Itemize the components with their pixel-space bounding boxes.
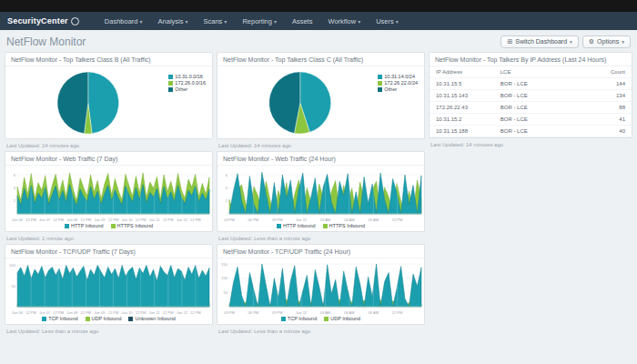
chart-legend: HTTP InboundHTTPS Inbound	[217, 222, 424, 231]
legend-swatch	[277, 224, 281, 228]
legend-item: UDP Inbound	[324, 316, 360, 321]
legend-swatch	[111, 224, 116, 228]
svg-text:06 AM: 06 AM	[344, 310, 354, 315]
svg-text:4: 4	[226, 186, 228, 190]
nav-item-scans[interactable]: Scans▾	[204, 17, 228, 25]
nav-item-reporting[interactable]: Reporting▾	[242, 17, 277, 25]
switch-dashboard-button[interactable]: ⊞ Switch Dashboard ▾	[500, 35, 578, 48]
legend-swatch	[378, 75, 382, 79]
svg-text:Jun 07: Jun 07	[39, 217, 51, 222]
svg-text:Jun 12: Jun 12	[296, 217, 308, 222]
legend-item: TCP Inbound	[281, 316, 317, 321]
svg-text:Jun 09: Jun 09	[94, 217, 106, 222]
legend-swatch	[378, 87, 382, 92]
top-talkers-table: IP AddressLCECount10.31.15.5BOR - LCE144…	[430, 66, 632, 137]
area-chart-web-24hour: 24603 PM06 PM09 PMJun 1203 AM06 AM09 AM1…	[217, 166, 424, 222]
svg-text:06 AM: 06 AM	[344, 217, 354, 222]
securitycenter-logo[interactable]: SecurityCenter	[7, 16, 79, 25]
chevron-down-icon: ▾	[274, 19, 277, 25]
svg-text:Jun 08: Jun 08	[66, 217, 78, 222]
svg-text:50: 50	[12, 284, 16, 288]
svg-text:12 PM: 12 PM	[81, 310, 92, 315]
svg-text:Jun 12: Jun 12	[177, 310, 188, 315]
table-row[interactable]: 10.31.15.188BOR - LCE40	[430, 126, 632, 137]
last-updated-text: Last Updated: 1 minute ago	[5, 232, 213, 244]
svg-text:2: 2	[14, 198, 16, 203]
svg-text:09 AM: 09 AM	[369, 310, 379, 315]
svg-text:09 PM: 09 PM	[272, 310, 283, 315]
chevron-down-icon: ▾	[396, 19, 399, 25]
dashboard-grid: NetFlow Monitor - Top Talkers Class B (A…	[0, 51, 637, 337]
options-button[interactable]: ⚙ Options ▾	[582, 35, 631, 48]
area-svg: 246Jun 0612 PMJun 0712 PMJun 0812 PMJun …	[5, 166, 212, 222]
chart-legend: TCP InboundUDP InboundUnknown Inbound	[5, 315, 212, 324]
legend-swatch	[42, 317, 46, 321]
panel-top-talkers-by-ip[interactable]: NetFlow Monitor - Top Talkers By IP Addr…	[429, 52, 632, 138]
last-updated-text: Last Updated: 14 minutes ago	[5, 139, 213, 151]
nav-item-analysis[interactable]: Analysis▾	[158, 17, 188, 25]
legend-item: 172.26.22.0/24	[378, 80, 418, 86]
svg-text:12 PM: 12 PM	[163, 217, 174, 222]
panel-tcpudp-traffic-24hour[interactable]: NetFlow Monitor - TCP/UDP Traffic (24 Ho…	[217, 244, 425, 325]
browser-chrome-bar	[0, 0, 637, 12]
legend-item: HTTP Inbound	[277, 223, 316, 228]
securitycenter-logo-icon	[71, 17, 79, 25]
legend-swatch	[324, 317, 329, 321]
table-header-row: IP AddressLCECount	[430, 66, 632, 78]
panel-tcpudp-traffic-7days[interactable]: NetFlow Monitor - TCP/UDP Traffic (7 Day…	[5, 244, 213, 325]
legend-swatch	[128, 317, 133, 321]
table-row[interactable]: 10.31.15.5BOR - LCE144	[430, 78, 632, 90]
page-header: NetFlow Monitor ⊞ Switch Dashboard ▾ ⚙ O…	[0, 30, 637, 51]
svg-text:12 PM: 12 PM	[108, 310, 119, 315]
last-updated-text: Last Updated: Less than a minute ago	[217, 232, 425, 244]
page-title: NetFlow Monitor	[6, 35, 497, 48]
chart-legend: TCP InboundUDP Inbound	[217, 315, 424, 324]
svg-text:12 PM: 12 PM	[53, 310, 64, 315]
table-row[interactable]: 10.31.15.143BOR - LCE134	[430, 90, 632, 102]
legend-swatch	[86, 317, 90, 321]
panel-web-traffic-24hour[interactable]: NetFlow Monitor - Web Traffic (24 Hour) …	[217, 151, 425, 232]
svg-text:06 PM: 06 PM	[248, 310, 259, 315]
svg-text:Jun 06: Jun 06	[12, 217, 24, 222]
svg-text:12 PM: 12 PM	[53, 217, 64, 222]
legend-item: UDP Inbound	[86, 316, 122, 321]
last-updated-text: Last Updated: 14 minutes ago	[429, 138, 632, 150]
pie-legend: 10.31.0.0/16172.26.0.0/16Other	[168, 74, 206, 92]
nav-item-dashboard[interactable]: Dashboard▾	[105, 17, 143, 25]
panel-web-traffic-7day[interactable]: NetFlow Monitor - Web Traffic (7 Day) 24…	[5, 151, 213, 232]
svg-text:Jun 10: Jun 10	[122, 217, 134, 222]
chart-legend: HTTP InboundHTTPS Inbound	[5, 222, 212, 231]
nav-item-users[interactable]: Users▾	[376, 17, 399, 25]
svg-text:6: 6	[14, 173, 16, 177]
svg-text:Jun 06: Jun 06	[12, 310, 24, 315]
svg-text:12 PM: 12 PM	[25, 310, 36, 315]
brand-label: SecurityCenter	[7, 16, 68, 25]
svg-text:2: 2	[226, 198, 228, 203]
svg-text:03 PM: 03 PM	[224, 217, 235, 222]
grid-icon: ⊞	[507, 38, 512, 46]
svg-text:Jun 09: Jun 09	[94, 310, 106, 315]
nav-item-workflow[interactable]: Workflow▾	[328, 17, 360, 25]
svg-text:12 PM: 12 PM	[136, 217, 147, 222]
svg-text:06 PM: 06 PM	[248, 217, 259, 222]
chevron-down-icon: ▾	[622, 39, 624, 45]
nav-item-assets[interactable]: Assets	[292, 17, 313, 25]
svg-text:Jun 08: Jun 08	[66, 310, 78, 315]
svg-text:12 PM: 12 PM	[163, 310, 174, 315]
area-svg: 24603 PM06 PM09 PMJun 1203 AM06 AM09 AM1…	[217, 166, 424, 222]
svg-text:03 AM: 03 AM	[320, 217, 330, 222]
nav-menu: Dashboard▾Analysis▾Scans▾Reporting▾Asset…	[105, 17, 399, 25]
panel-title: NetFlow Monitor - Top Talkers By IP Addr…	[430, 53, 632, 66]
last-updated-text: Last Updated: 14 minutes ago	[217, 139, 425, 151]
table-row[interactable]: 172.26.22.43BOR - LCE88	[430, 102, 632, 114]
svg-text:50: 50	[224, 290, 228, 295]
legend-swatch	[168, 87, 173, 92]
svg-text:12 PM: 12 PM	[392, 310, 403, 315]
table-row[interactable]: 10.31.15.2BOR - LCE41	[430, 114, 632, 126]
panel-top-talkers-class-b[interactable]: NetFlow Monitor - Top Talkers Class B (A…	[5, 52, 213, 139]
panel-top-talkers-class-c[interactable]: NetFlow Monitor - Top Talkers Class C (A…	[217, 52, 425, 139]
legend-item: 10.31.0.0/16	[168, 74, 206, 79]
pie-legend: 10.31.14.0/24172.26.22.0/24Other	[378, 74, 418, 92]
svg-text:Jun 12: Jun 12	[177, 217, 188, 222]
svg-text:6: 6	[226, 173, 228, 177]
